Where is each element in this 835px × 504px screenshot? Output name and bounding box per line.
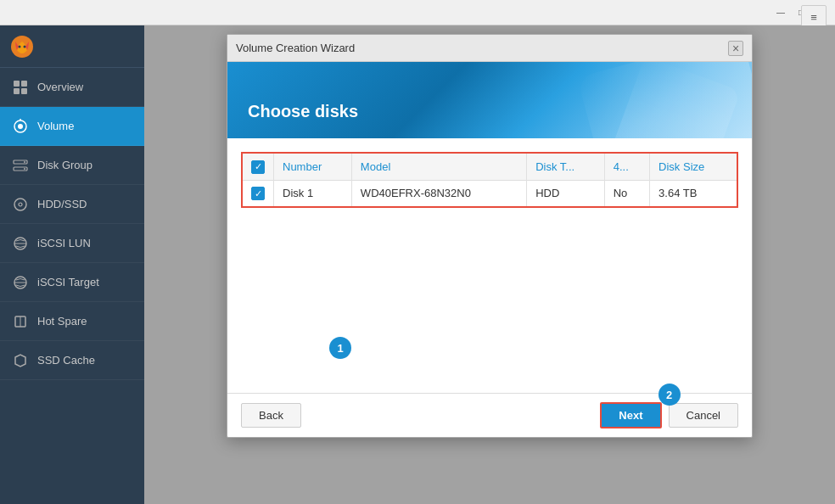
modal-header: Choose disks (227, 62, 752, 138)
sidebar-logo (0, 25, 144, 68)
svg-rect-4 (21, 81, 27, 87)
svg-point-13 (24, 168, 25, 170)
cell-col4: No (604, 180, 649, 207)
modal-close-button[interactable]: × (728, 41, 743, 56)
row-checkbox[interactable]: ✓ (251, 187, 265, 200)
sidebar-label-disk-group: Disk Group (37, 159, 92, 171)
svg-point-2 (24, 45, 26, 48)
cell-number: Disk 1 (274, 180, 352, 207)
select-all-checkbox[interactable]: ✓ (251, 160, 265, 174)
sidebar-label-ssd-cache: SSD Cache (37, 354, 95, 367)
col-4: 4... (604, 153, 649, 180)
hot-spare-icon (12, 313, 29, 330)
svg-rect-3 (14, 81, 20, 87)
minimize-btn[interactable]: — (774, 6, 787, 20)
hdd-ssd-icon (12, 196, 29, 213)
modal-footer: Back 2 Next Cancel (227, 393, 752, 437)
col-disk-size: Disk Size (650, 153, 737, 180)
sidebar-label-hdd-ssd: HDD/SSD (37, 198, 87, 210)
back-button[interactable]: Back (241, 403, 301, 428)
step-1-indicator: 1 (329, 337, 351, 359)
disk-group-icon (12, 157, 29, 174)
overview-icon (12, 79, 29, 96)
sidebar-item-iscsi-target[interactable]: iSCSI Target (0, 263, 144, 302)
row-checkbox-cell: ✓ (242, 180, 274, 207)
sidebar-item-volume[interactable]: Volume (0, 107, 144, 146)
disk-table-container[interactable]: ✓ Number Model Disk T... 4... Disk Size (241, 152, 738, 208)
cell-model: WD40EFRX-68N32N0 (351, 180, 526, 207)
sidebar-item-hdd-ssd[interactable]: HDD/SSD (0, 185, 144, 224)
sidebar-label-overview: Overview (37, 81, 83, 93)
svg-point-1 (19, 45, 21, 48)
modal-header-title: Choose disks (248, 102, 358, 121)
table-row[interactable]: ✓ Disk 1 WD40EFRX-68N32N0 HDD No 3.64 TB (242, 180, 737, 207)
svg-point-15 (19, 203, 22, 206)
volume-creation-wizard: Volume Creation Wizard × Choose disks 1 (227, 34, 753, 438)
disk-table: ✓ Number Model Disk T... 4... Disk Size (241, 152, 738, 208)
iscsi-target-icon (12, 274, 29, 291)
ssd-cache-icon (12, 352, 29, 369)
footer-right: 2 Next Cancel (600, 402, 738, 428)
main-content: Overview Volume (0, 25, 835, 504)
list-icon: ≡ (810, 11, 817, 24)
iscsi-lun-icon (12, 235, 29, 252)
app-logo-icon (10, 35, 34, 59)
svg-point-14 (14, 199, 26, 210)
svg-point-8 (18, 124, 23, 129)
sidebar-item-overview[interactable]: Overview (0, 68, 144, 107)
col-number: Number (274, 153, 352, 180)
next-button[interactable]: Next (600, 402, 661, 428)
cancel-button[interactable]: Cancel (669, 403, 738, 428)
step-2-indicator: 2 (658, 384, 681, 406)
sidebar-label-volume: Volume (37, 120, 74, 132)
modal-overlay: Volume Creation Wizard × Choose disks 1 (144, 25, 835, 504)
modal-body: 1 ✓ Number Model (227, 138, 752, 393)
table-header-row: ✓ Number Model Disk T... 4... Disk Size (242, 153, 737, 180)
modal-titlebar: Volume Creation Wizard × (227, 35, 752, 62)
app-titlebar: ≡ — □ × (0, 0, 835, 25)
sidebar-label-hot-spare: Hot Spare (37, 315, 87, 328)
sidebar-item-hot-spare[interactable]: Hot Spare (0, 302, 144, 341)
col-checkbox: ✓ (242, 153, 274, 180)
svg-rect-6 (21, 88, 27, 94)
footer-left: Back (241, 403, 301, 428)
workspace: Volume Creation Wizard × Choose disks 1 (144, 25, 835, 504)
app-window: ≡ — □ × (0, 0, 835, 504)
sidebar: Overview Volume (0, 25, 144, 504)
sidebar-item-ssd-cache[interactable]: SSD Cache (0, 341, 144, 380)
sidebar-item-disk-group[interactable]: Disk Group (0, 146, 144, 185)
sidebar-label-iscsi-lun: iSCSI LUN (37, 237, 91, 249)
svg-rect-5 (14, 88, 20, 94)
col-disk-type: Disk T... (527, 153, 605, 180)
modal-title: Volume Creation Wizard (236, 42, 355, 54)
sidebar-item-iscsi-lun[interactable]: iSCSI LUN (0, 224, 144, 263)
col-model: Model (351, 153, 526, 180)
cell-disk-type: HDD (527, 180, 605, 207)
svg-point-12 (24, 161, 25, 163)
cell-disk-size: 3.64 TB (650, 180, 737, 207)
volume-icon (12, 118, 29, 135)
sidebar-label-iscsi-target: iSCSI Target (37, 276, 99, 288)
